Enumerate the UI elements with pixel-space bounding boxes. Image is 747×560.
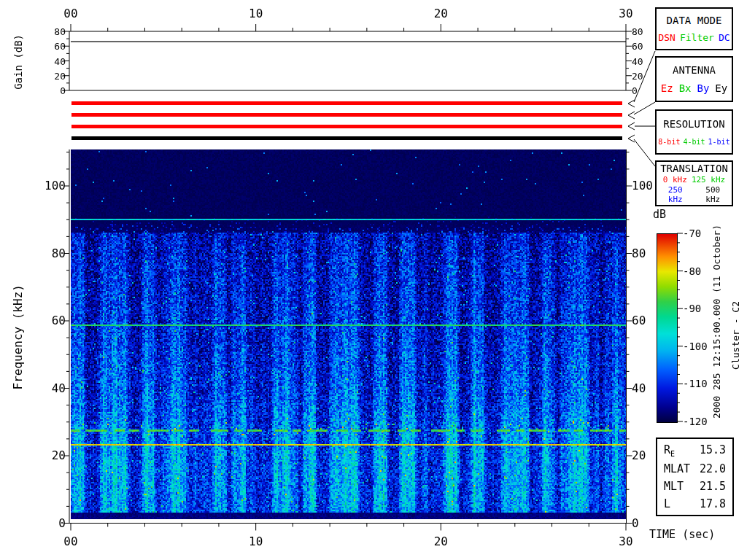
ephemeris-label: RE <box>664 443 675 458</box>
legend-options-row: 8-bit4-bit1-bit <box>657 138 732 146</box>
ephemeris-label: MLT <box>664 480 684 493</box>
status-bar-antenna <box>71 113 622 117</box>
freq-ytick-label-left: 100 <box>44 180 66 192</box>
legend-option: Ez <box>661 82 673 94</box>
ephemeris-row: RE15.3 <box>657 443 732 458</box>
time-units-label: TIME (sec) <box>649 529 715 540</box>
ephemeris-row: L17.8 <box>657 497 732 510</box>
time-xtick-label: 10 <box>249 536 263 548</box>
freq-ytick-label-right: 100 <box>632 180 653 192</box>
legend-box-title: ANTENNA <box>657 64 732 76</box>
legend-box-translation: TRANSLATION0 kHz125 kHz250 kHz500 kHz <box>655 160 733 206</box>
legend-option: 500 kHz <box>697 185 730 204</box>
colorbar-tick-label: -120 <box>683 416 708 427</box>
freq-ytick-label-right: 20 <box>632 450 646 462</box>
gain-ytick-label-right: 20 <box>632 71 643 80</box>
gain-ytick-label-left: 0 <box>60 86 66 96</box>
freq-ytick-label-left: 60 <box>52 315 66 327</box>
colorbar-tick-label: -90 <box>683 303 701 314</box>
colorbar <box>657 233 678 423</box>
legend-option: 8-bit <box>658 138 680 146</box>
gain-ytick-label-left: 80 <box>54 27 66 36</box>
ephemeris-value: 22.0 <box>700 462 726 475</box>
ephemeris-row: MLAT22.0 <box>657 462 732 475</box>
legend-options-row: DSNFilterDC <box>657 32 732 43</box>
legend-option: 250 kHz <box>659 185 692 204</box>
freq-ytick-label-right: 40 <box>632 383 646 394</box>
legend-box-title: RESOLUTION <box>657 118 732 130</box>
legend-option: By <box>697 82 710 94</box>
colorbar-ticks <box>677 233 683 421</box>
axes-layer <box>0 0 747 560</box>
freq-ytick-label-left: 80 <box>52 248 66 260</box>
gain-xtick-label: 00 <box>63 8 77 20</box>
spectrogram-axes <box>63 149 632 531</box>
legend-box-title: DATA MODE <box>657 15 732 26</box>
datetime-label: 2000 285 12:15:00.000 (11 October) <box>712 225 721 419</box>
legend-option: DSN <box>658 32 675 43</box>
gain-ytick-label-right: 0 <box>632 86 638 96</box>
gain-ytick-label-right: 40 <box>632 56 643 66</box>
ephemeris-label: MLAT <box>664 462 690 475</box>
spacecraft-label: Cluster - C2 <box>731 301 740 370</box>
gain-xtick-label: 10 <box>249 8 263 20</box>
legend-options-row: 250 kHz500 kHz <box>657 185 732 204</box>
gain-xtick-label: 30 <box>619 8 632 20</box>
legend-options-row: 0 kHz125 kHz <box>657 175 732 184</box>
time-xtick-label: 20 <box>434 536 448 548</box>
colorbar-tick-label: -100 <box>683 341 708 351</box>
colorbar-tick-label: -80 <box>683 266 701 276</box>
gain-ytick-label-left: 40 <box>54 56 66 66</box>
gain-axes <box>63 24 632 90</box>
legend-option: 0 kHz <box>663 175 687 184</box>
callout-arrows <box>628 51 655 166</box>
freq-ytick-label-left: 0 <box>58 518 66 529</box>
legend-option: Bx <box>679 82 692 94</box>
status-bar-resolution <box>71 125 622 128</box>
legend-option: 4-bit <box>683 138 705 146</box>
status-bar-data-mode <box>71 101 622 105</box>
time-xtick-label: 00 <box>63 536 77 548</box>
legend-box-data-mode: DATA MODEDSNFilterDC <box>655 7 733 50</box>
legend-box-title: TRANSLATION <box>657 163 732 174</box>
legend-options-row: EzBxByEy <box>657 82 732 94</box>
freq-ytick-label-left: 40 <box>52 383 66 394</box>
ephemeris-value: 15.3 <box>700 443 726 458</box>
time-xtick-label: 30 <box>619 536 632 548</box>
legend-option: 1-bit <box>708 138 730 146</box>
ephemeris-value: 21.5 <box>700 480 726 493</box>
legend-option: Ey <box>715 82 727 94</box>
ephemeris-row: MLT21.5 <box>657 480 732 493</box>
gain-ytick-label-left: 20 <box>54 71 66 80</box>
ephemeris-value: 17.8 <box>700 497 726 510</box>
gain-ytick-label-right: 80 <box>632 27 643 36</box>
legend-box-antenna: ANTENNAEzBxByEy <box>655 56 733 102</box>
freq-ytick-label-left: 20 <box>52 450 66 462</box>
freq-ytick-label-right: 0 <box>632 518 639 529</box>
freq-ytick-label-right: 80 <box>632 248 646 260</box>
status-bar-translation <box>71 136 622 140</box>
ephemeris-panel: RE15.3MLAT22.0MLT21.5L17.8 <box>656 438 734 516</box>
legend-box-resolution: RESOLUTION8-bit4-bit1-bit <box>655 109 733 155</box>
colorbar-tick-label: -70 <box>683 228 701 238</box>
gain-ytick-label-left: 60 <box>54 42 66 51</box>
gain-xtick-label: 20 <box>434 8 448 20</box>
colorbar-tick-label: -110 <box>683 378 708 389</box>
colorbar-title: dB <box>653 209 666 220</box>
legend-option: 125 kHz <box>692 175 725 184</box>
frequency-axis-title: Frequency (kHz) <box>12 284 24 390</box>
legend-option: Filter <box>680 32 714 43</box>
freq-ytick-label-right: 60 <box>632 315 646 327</box>
gain-axis-title: Gain (dB) <box>13 34 23 90</box>
legend-option: DC <box>719 32 730 43</box>
ephemeris-label: L <box>664 497 670 510</box>
gain-ytick-label-right: 60 <box>632 42 643 51</box>
